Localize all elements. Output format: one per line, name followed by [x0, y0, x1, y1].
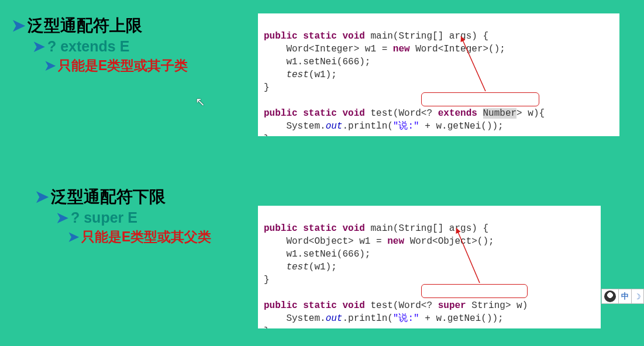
code-token: + w.getNei()); — [419, 313, 504, 324]
code-token: System. — [264, 313, 326, 324]
code-token: static — [303, 223, 337, 234]
lower-line3: ➤ 只能是E类型或其父类 — [68, 228, 211, 246]
code-token: super — [438, 300, 466, 311]
code-token: void — [342, 31, 364, 41]
code-token: static — [303, 300, 337, 311]
code-token: static — [303, 108, 337, 119]
code-token: public — [264, 31, 298, 41]
moon-icon[interactable]: ☽ — [631, 289, 644, 304]
code-token: public — [264, 108, 298, 119]
chevron-right-icon: ➤ — [12, 15, 25, 37]
code-token: extends — [438, 108, 477, 119]
code-token: test(Word<? — [365, 300, 438, 311]
code-token: + w.getNei()); — [419, 121, 504, 132]
code-token: Word<Object> w1 = — [264, 236, 387, 247]
code-token: } — [264, 82, 270, 93]
code-token: } — [264, 326, 270, 328]
code-token: test(Word<? — [365, 108, 438, 119]
status-tray: 中 ☽ — [602, 289, 644, 304]
upper-title: 泛型通配符上限 — [27, 15, 142, 37]
lower-title-line: ➤ 泛型通配符下限 — [35, 186, 211, 208]
code-token: out — [326, 313, 343, 324]
code-token: new — [387, 236, 404, 247]
code-token: main(String[] args) { — [365, 223, 488, 234]
code-token: String> w) — [466, 300, 528, 311]
code-token: void — [342, 223, 364, 234]
chevron-right-icon: ➤ — [35, 186, 49, 208]
lower-bullets: ➤ 泛型通配符下限 ➤ ? super E ➤ 只能是E类型或其父类 — [35, 186, 211, 246]
upper-line3: ➤ 只能是E类型或其子类 — [44, 57, 188, 75]
upper-line3-text: 只能是E类型或其子类 — [58, 57, 188, 75]
upper-line2: ➤ ? extends E — [33, 37, 188, 57]
lower-line3-text: 只能是E类型或其父类 — [81, 228, 211, 246]
code-token: void — [342, 300, 364, 311]
code-token: w1.setNei(666); — [264, 57, 370, 67]
code-token: .println( — [342, 121, 392, 132]
code-token: } — [264, 275, 270, 285]
code-token — [477, 108, 483, 119]
ime-indicator[interactable]: 中 — [618, 289, 632, 304]
code-token: Word<Integer>(); — [410, 44, 505, 54]
chevron-right-icon: ➤ — [68, 228, 79, 246]
qq-penguin-icon[interactable] — [601, 289, 619, 304]
lower-code-block: public static void main(String[] args) {… — [258, 206, 601, 328]
code-token: out — [326, 121, 343, 132]
code-token: main(String[] args) { — [365, 31, 488, 41]
code-token: public — [264, 300, 298, 311]
code-token: Word<Integer> w1 = — [264, 44, 393, 54]
code-token: "说:" — [393, 313, 419, 324]
code-token: test — [286, 262, 308, 272]
upper-line2-text: ? extends E — [47, 37, 129, 57]
code-token: } — [264, 134, 270, 136]
code-token: "说:" — [393, 121, 419, 132]
code-token: > w){ — [516, 108, 545, 119]
code-token: System. — [264, 121, 326, 132]
chevron-right-icon: ➤ — [56, 208, 68, 228]
chevron-right-icon: ➤ — [33, 37, 45, 57]
code-token: test — [286, 70, 308, 80]
upper-bullets: ➤ 泛型通配符上限 ➤ ? extends E ➤ 只能是E类型或其子类 — [12, 15, 188, 75]
code-token: void — [342, 108, 364, 119]
code-token: .println( — [342, 313, 392, 324]
code-token: Word<Object>(); — [404, 236, 494, 247]
chevron-right-icon: ➤ — [44, 57, 56, 75]
code-token: public — [264, 223, 298, 234]
code-token: new — [393, 44, 410, 54]
upper-code-block: public static void main(String[] args) {… — [258, 13, 619, 136]
upper-title-line: ➤ 泛型通配符上限 — [12, 15, 188, 37]
mouse-cursor-icon: ↖ — [195, 95, 205, 109]
code-token: static — [303, 31, 337, 41]
lower-line2-text: ? super E — [71, 208, 137, 228]
code-token: w1.setNei(666); — [264, 249, 370, 260]
lower-line2: ➤ ? super E — [56, 208, 211, 228]
code-token: Number — [483, 108, 517, 119]
lower-title: 泛型通配符下限 — [51, 186, 166, 208]
